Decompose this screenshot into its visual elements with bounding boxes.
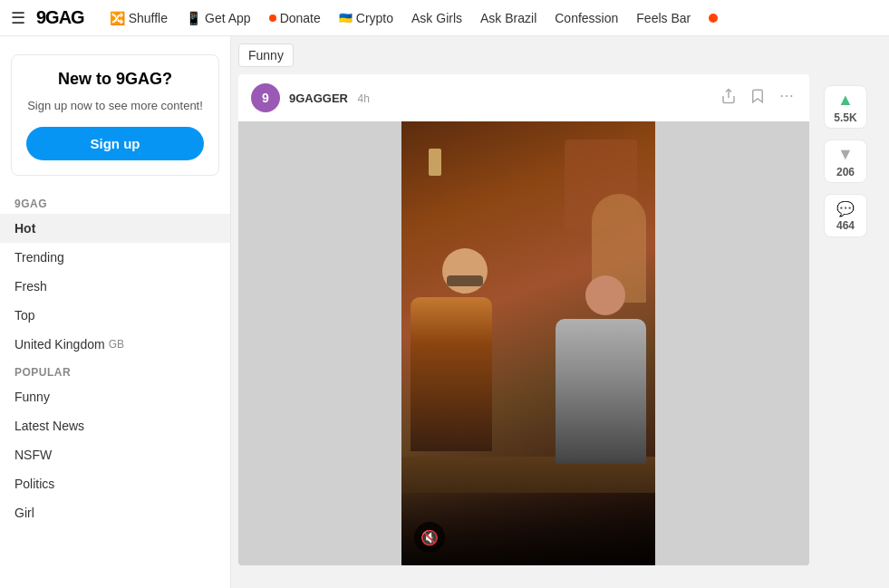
sidebar-funny-label: Funny [14,390,50,404]
sidebar-hot-label: Hot [14,221,35,236]
sidebar-nsfw-label: NSFW [14,448,52,462]
mute-icon: 🔇 [420,529,439,546]
sidebar-fresh-label: Fresh [14,279,47,294]
post-card: 9 9GAGGER 4h [238,74,809,565]
bookmark-button[interactable] [748,86,768,110]
sidebar-uk-label: United Kingdom [14,337,105,352]
svg-point-1 [781,95,783,97]
svg-point-2 [786,95,788,97]
post-with-votes: 9 9GAGGER 4h [238,74,882,565]
sidebar-item-funny[interactable]: Funny [0,382,230,411]
sidebar-item-latestnews[interactable]: Latest News [0,411,230,440]
uk-flag: GB [109,338,124,351]
sidebar-item-nsfw[interactable]: NSFW [0,440,230,469]
sidebar-trending-label: Trending [14,250,64,265]
nav-getapp[interactable]: 📱 Get App [179,7,258,29]
sidebar-item-top[interactable]: Top [0,301,230,330]
sidebar-item-uk[interactable]: United Kingdom GB [0,330,230,359]
sidebar-item-trending[interactable]: Trending [0,243,230,272]
main-layout: New to 9GAG? Sign up now to see more con… [0,36,889,588]
post-time: 4h [357,92,369,105]
nav-feelsbar[interactable]: Feels Bar [629,7,698,29]
nav-askbrazil[interactable]: Ask Brazil [473,7,544,29]
post-username[interactable]: 9GAGGER [289,92,348,105]
post-image-left-spacer [238,121,401,565]
downvote-count: 206 [836,166,855,178]
post-header: 9 9GAGGER 4h [238,74,809,121]
sidebar-item-girl[interactable]: Girl [0,498,230,527]
crypto-flag: 🇺🇦 [339,12,353,24]
nav-askgirls[interactable]: Ask Girls [404,7,469,29]
person-left [411,248,519,457]
nav-crypto-label: Crypto [356,11,393,25]
sidebar-latestnews-label: Latest News [14,419,84,433]
downvote-button[interactable]: ▼ 206 [824,140,867,183]
upvote-icon: ▲ [837,91,854,110]
upvote-count: 5.5K [834,111,856,124]
nav-confession[interactable]: Confession [547,7,625,29]
nav-crypto[interactable]: 🇺🇦 Crypto [332,7,401,29]
comment-count: 464 [836,219,855,232]
main-content: Funny 9 9GAGGER 4h [231,36,889,588]
signup-title: New to 9GAG? [26,70,204,89]
nav-feelsbar-label: Feels Bar [636,11,691,25]
section-9gag-label: 9GAG [0,190,230,214]
post-meta: 9GAGGER 4h [289,90,710,106]
mute-button[interactable]: 🔇 [414,522,445,553]
sidebar-item-politics[interactable]: Politics [0,469,230,498]
logo[interactable]: 9GAG [36,7,84,28]
getapp-icon: 📱 [186,11,201,25]
vote-sidebar: ▲ 5.5K ▼ 206 💬 464 [809,74,882,248]
sidebar-girl-label: Girl [14,506,34,520]
section-popular-label: Popular [0,359,230,382]
nav-bar: 🔀 Shuffle 📱 Get App Donate 🇺🇦 Crypto Ask… [102,7,726,29]
shuffle-icon: 🔀 [110,11,125,25]
nav-askgirls-label: Ask Girls [411,11,462,25]
header: ☰ 9GAG 🔀 Shuffle 📱 Get App Donate 🇺🇦 Cry… [0,0,889,36]
more-options-button[interactable] [777,86,797,110]
sidebar-item-fresh[interactable]: Fresh [0,272,230,301]
nav-askbrazil-label: Ask Brazil [480,11,536,25]
more-dot [709,14,718,23]
share-button[interactable] [719,86,739,110]
comment-button[interactable]: 💬 464 [824,194,867,237]
donate-dot [269,14,276,22]
nav-confession-label: Confession [555,11,618,25]
avatar: 9 [251,83,280,112]
nav-getapp-label: Get App [205,11,251,25]
comment-icon: 💬 [836,200,855,217]
post-image[interactable]: 🔇 [401,121,655,565]
post-image-right-spacer [655,121,809,565]
nav-more[interactable] [701,10,725,26]
funny-tag[interactable]: Funny [238,43,294,67]
sidebar: New to 9GAG? Sign up now to see more con… [0,36,231,588]
sidebar-item-hot[interactable]: Hot [0,214,230,243]
bg-object [429,149,441,176]
nav-shuffle-label: Shuffle [129,11,168,25]
scene-overlay [401,457,655,565]
nav-shuffle[interactable]: 🔀 Shuffle [102,7,175,29]
avatar-letter: 9 [262,91,269,105]
post-image-container: 🔇 [238,121,809,565]
person-right [556,275,655,457]
svg-point-3 [790,95,792,97]
nav-donate-label: Donate [280,11,321,25]
nav-donate[interactable]: Donate [262,7,328,29]
signup-button[interactable]: Sign up [26,127,204,160]
signup-card: New to 9GAG? Sign up now to see more con… [11,54,219,176]
post-action-bar [719,86,797,110]
downvote-icon: ▼ [837,145,854,164]
sidebar-politics-label: Politics [14,477,54,491]
sidebar-top-label: Top [14,308,35,323]
upvote-button[interactable]: ▲ 5.5K [824,85,867,129]
menu-icon[interactable]: ☰ [11,8,25,28]
signup-subtitle: Sign up now to see more content! [26,98,204,114]
